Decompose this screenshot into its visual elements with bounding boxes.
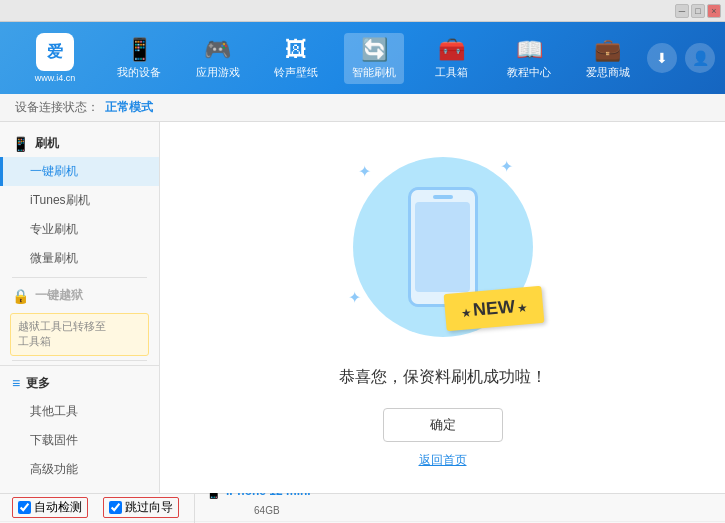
auto-connect-checkbox[interactable]: 自动检测: [12, 497, 88, 518]
phone-notch: [433, 195, 453, 199]
nav-toolbox-label: 工具箱: [435, 65, 468, 80]
nav-tutorial[interactable]: 📖 教程中心: [499, 33, 559, 84]
nav-smart-flash-label: 智能刷机: [352, 65, 396, 80]
profile-btn[interactable]: 👤: [685, 43, 715, 73]
device-bar: 自动检测 跳过向导 📱 iPhone 12 mini 64GB Down-12m…: [0, 494, 725, 522]
nav-apps-games[interactable]: 🎮 应用游戏: [188, 33, 248, 84]
sidebar: 📱 刷机 一键刷机 iTunes刷机 专业刷机 微量刷机 🔒 一键越狱: [0, 122, 160, 493]
lock-icon: 🔒: [12, 288, 29, 304]
sidebar-item-advanced[interactable]: 高级功能: [0, 455, 159, 484]
status-label: 设备连接状态：: [15, 99, 99, 116]
download-fw-label: 下载固件: [30, 433, 78, 447]
close-btn[interactable]: ×: [707, 4, 721, 18]
illustration: NEW ✦ ✦ ✦: [343, 147, 543, 347]
nav-my-device[interactable]: 📱 我的设备: [109, 33, 169, 84]
sidebar-jailbreak-title[interactable]: 🔒 一键越狱: [0, 282, 159, 309]
header: 爱 www.i4.cn 📱 我的设备 🎮 应用游戏 🖼 铃声壁纸 🔄 智能刷机 …: [0, 22, 725, 94]
sidebar-item-micro[interactable]: 微量刷机: [0, 244, 159, 273]
nav-apps-label: 应用游戏: [196, 65, 240, 80]
title-bar: ─ □ ×: [0, 0, 725, 22]
nav-items: 📱 我的设备 🎮 应用游戏 🖼 铃声壁纸 🔄 智能刷机 🧰 工具箱 📖 教程中心…: [100, 33, 647, 84]
nav-boutique[interactable]: 💼 爱思商城: [578, 33, 638, 84]
sidebar-section-more: ≡ 更多 其他工具 下载固件 高级功能: [0, 365, 159, 484]
more-icon: ≡: [12, 375, 20, 391]
sidebar-item-pro[interactable]: 专业刷机: [0, 215, 159, 244]
logo-icon: 爱: [36, 33, 74, 71]
success-title: 恭喜您，保资料刷机成功啦！: [339, 367, 547, 388]
sidebar-divider-1: [12, 277, 147, 278]
phone-screen: [415, 202, 470, 292]
nav-wallpaper[interactable]: 🖼 铃声壁纸: [266, 33, 326, 84]
sidebar-section-flash: 📱 刷机 一键刷机 iTunes刷机 专业刷机 微量刷机: [0, 130, 159, 273]
status-bar: 设备连接状态： 正常模式: [0, 94, 725, 122]
flash-title-text: 刷机: [35, 135, 59, 152]
sidebar-item-other-tools[interactable]: 其他工具: [0, 397, 159, 426]
device-storage: 64GB: [236, 505, 280, 516]
nav-toolbox-icon: 🧰: [438, 37, 465, 63]
more-title-text: 更多: [26, 375, 50, 392]
phone-body: [408, 187, 478, 307]
sparkle-icon-1: ✦: [358, 162, 371, 181]
jailbreak-notice-text: 越狱工具已转移至工具箱: [18, 320, 106, 347]
micro-label: 微量刷机: [30, 251, 78, 265]
nav-wallpaper-label: 铃声壁纸: [274, 65, 318, 80]
skip-wizard-checkbox[interactable]: 跳过向导: [103, 497, 179, 518]
advanced-label: 高级功能: [30, 462, 78, 476]
main: 📱 刷机 一键刷机 iTunes刷机 专业刷机 微量刷机 🔒 一键越狱: [0, 122, 725, 493]
skip-wizard-input[interactable]: [109, 501, 122, 514]
maximize-btn[interactable]: □: [691, 4, 705, 18]
header-right: ⬇ 👤: [647, 43, 715, 73]
nav-apps-icon: 🎮: [204, 37, 231, 63]
back-link[interactable]: 返回首页: [419, 452, 467, 469]
sparkle-icon-3: ✦: [348, 288, 361, 307]
nav-wallpaper-icon: 🖼: [285, 37, 307, 63]
new-badge: NEW: [443, 285, 544, 330]
itunes-label: iTunes刷机: [30, 193, 90, 207]
minimize-btn[interactable]: ─: [675, 4, 689, 18]
auto-connect-input[interactable]: [18, 501, 31, 514]
nav-smart-flash-icon: 🔄: [361, 37, 388, 63]
sparkle-icon-2: ✦: [500, 157, 513, 176]
logo-url: www.i4.cn: [35, 73, 76, 83]
nav-tutorial-icon: 📖: [516, 37, 543, 63]
flash-icon: 📱: [12, 136, 29, 152]
nav-smart-flash[interactable]: 🔄 智能刷机: [344, 33, 404, 84]
logo-area: 爱 www.i4.cn: [10, 33, 100, 83]
status-value: 正常模式: [105, 99, 153, 116]
jailbreak-title-text: 一键越狱: [35, 287, 83, 304]
sidebar-item-download-fw[interactable]: 下载固件: [0, 426, 159, 455]
confirm-label: 确定: [430, 416, 456, 434]
nav-my-device-label: 我的设备: [117, 65, 161, 80]
nav-my-device-icon: 📱: [126, 37, 153, 63]
sidebar-section-jailbreak: 🔒 一键越狱 越狱工具已转移至工具箱: [0, 282, 159, 356]
sidebar-divider-2: [12, 360, 147, 361]
nav-tutorial-label: 教程中心: [507, 65, 551, 80]
footer-area: 自动检测 跳过向导 📱 iPhone 12 mini 64GB Down-12m…: [0, 493, 725, 523]
download-btn[interactable]: ⬇: [647, 43, 677, 73]
nav-boutique-label: 爱思商城: [586, 65, 630, 80]
sidebar-item-itunes[interactable]: iTunes刷机: [0, 186, 159, 215]
sidebar-more-title[interactable]: ≡ 更多: [0, 370, 159, 397]
sidebar-item-one-click[interactable]: 一键刷机: [0, 157, 159, 186]
auto-connect-label: 自动检测: [34, 499, 82, 516]
pro-label: 专业刷机: [30, 222, 78, 236]
content-area: NEW ✦ ✦ ✦ 恭喜您，保资料刷机成功啦！ 确定 返回首页: [160, 122, 725, 493]
other-tools-label: 其他工具: [30, 404, 78, 418]
nav-boutique-icon: 💼: [594, 37, 621, 63]
jailbreak-notice: 越狱工具已转移至工具箱: [10, 313, 149, 356]
confirm-button[interactable]: 确定: [383, 408, 503, 442]
logo-icon-text: 爱: [47, 42, 63, 63]
one-click-label: 一键刷机: [30, 164, 78, 178]
sidebar-flash-title[interactable]: 📱 刷机: [0, 130, 159, 157]
skip-wizard-label: 跳过向导: [125, 499, 173, 516]
nav-toolbox[interactable]: 🧰 工具箱: [423, 33, 481, 84]
